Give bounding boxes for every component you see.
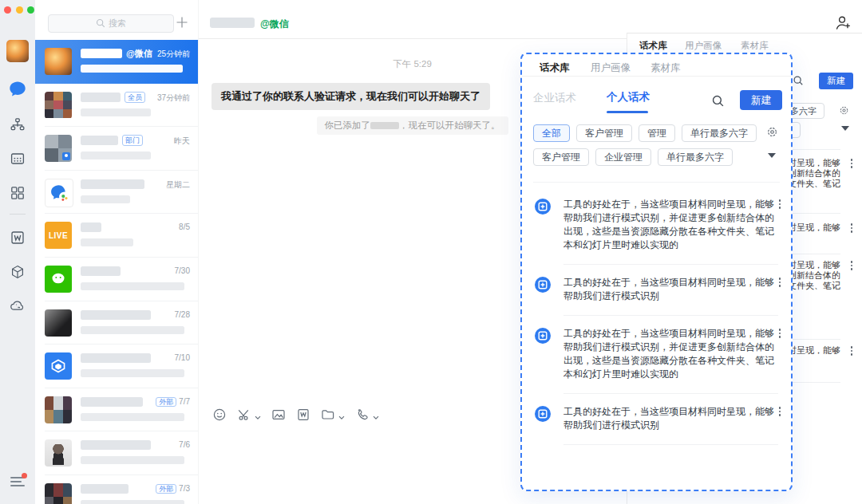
- zoom-button[interactable]: [27, 6, 34, 14]
- user-avatar[interactable]: [6, 40, 29, 62]
- redacted-name: [81, 222, 101, 232]
- redacted-preview: [81, 152, 151, 159]
- divider: [563, 444, 778, 445]
- redacted-name: [81, 136, 118, 145]
- send-script-icon[interactable]: [535, 406, 551, 422]
- live-label: LIVE: [49, 231, 68, 240]
- redacted-name: [81, 353, 151, 363]
- chat-time: 7/10: [175, 353, 190, 362]
- chevron-down-icon[interactable]: [841, 126, 849, 131]
- search-placeholder: 搜索: [109, 18, 126, 30]
- filter-chip[interactable]: 单行最多六字: [658, 148, 733, 166]
- chat-list-item-5[interactable]: 7/30: [35, 258, 198, 301]
- incoming-message-bubble[interactable]: 我通过了你的联系人验证请求，现在我们可以开始聊天了: [212, 83, 490, 110]
- sidebar-item-cloud-call[interactable]: [0, 297, 35, 313]
- more-menu-icon[interactable]: [851, 159, 853, 170]
- chat-list-item-10[interactable]: 外部 7/3: [35, 475, 198, 504]
- redacted-contact-name: [370, 122, 399, 129]
- sidebar-item-messages[interactable]: [0, 80, 35, 99]
- redacted-preview: [81, 456, 184, 464]
- more-menu-icon[interactable]: [779, 329, 781, 340]
- chat-list-item-7[interactable]: 7/10: [35, 345, 198, 388]
- folder-caret-icon[interactable]: [338, 409, 345, 423]
- sidebar-item-contacts[interactable]: [0, 116, 35, 132]
- tab-scripts[interactable]: 话术库: [540, 61, 570, 75]
- docked-tab-profile[interactable]: 用户画像: [685, 40, 722, 52]
- screenshot-caret-icon[interactable]: [255, 409, 261, 423]
- chat-list-item-0[interactable]: @微信 25分钟前: [35, 40, 198, 84]
- add-chat-button[interactable]: [176, 16, 188, 29]
- more-menu-icon[interactable]: [851, 261, 853, 272]
- chat-input-toolbar: [212, 408, 379, 425]
- avatar: [45, 48, 72, 75]
- script-item-2[interactable]: 工具的好处在于，当这些项目材料同时呈现，能够帮助我们进行模式识别，并促进更多创新…: [522, 316, 791, 394]
- search-icon[interactable]: [793, 75, 804, 89]
- sidebar-item-docs[interactable]: [0, 230, 35, 246]
- redacted-preview: [81, 108, 151, 116]
- call-icon[interactable]: [355, 408, 370, 425]
- redacted-name: [81, 49, 122, 58]
- chat-list-item-3[interactable]: 星期二: [35, 171, 198, 215]
- search-icon[interactable]: [711, 94, 725, 111]
- script-item-1[interactable]: 工具的好处在于，当这些项目材料同时呈现，能够帮助我们进行模式识别: [522, 265, 791, 316]
- tab-materials[interactable]: 素材库: [650, 61, 681, 75]
- close-button[interactable]: [4, 6, 11, 14]
- filter-chip[interactable]: 单行最多六字: [682, 124, 757, 142]
- sidebar-item-drive[interactable]: [0, 264, 35, 280]
- script-item-3[interactable]: 工具的好处在于，当这些项目材料同时呈现，能够帮助我们进行模式识别: [522, 394, 791, 445]
- chat-list-item-8[interactable]: 外部 7/7: [35, 388, 198, 432]
- filter-chip[interactable]: 企业管理: [595, 148, 651, 166]
- chat-title-suffix: @微信: [260, 18, 289, 31]
- more-menu-icon[interactable]: [851, 346, 853, 357]
- docked-tab-materials[interactable]: 素材库: [741, 40, 769, 52]
- filter-row-1: 全部 客户管理 管理 单行最多六字: [533, 124, 757, 142]
- call-caret-icon[interactable]: [373, 409, 379, 423]
- redacted-preview: [81, 65, 183, 73]
- chat-list-item-4[interactable]: LIVE 8/5: [35, 214, 198, 258]
- chat-list-item-1[interactable]: 全员 37分钟前: [35, 84, 198, 128]
- subtab-personal-scripts[interactable]: 个人话术: [607, 90, 650, 104]
- new-script-button[interactable]: 新建: [740, 90, 782, 110]
- more-menu-icon[interactable]: [779, 199, 781, 211]
- filter-chip[interactable]: 管理: [639, 124, 675, 142]
- chat-list-item-2[interactable]: 部门 昨天: [35, 127, 198, 171]
- avatar-live: LIVE: [45, 222, 72, 249]
- avatar-wechat-logo: [45, 266, 72, 293]
- chevron-down-icon[interactable]: [768, 153, 776, 158]
- sidebar-item-schedule[interactable]: [0, 151, 35, 167]
- search-input[interactable]: 搜索: [48, 14, 174, 33]
- chat-time: 37分钟前: [157, 93, 190, 104]
- folder-icon[interactable]: [321, 408, 335, 425]
- more-menu-icon[interactable]: [779, 407, 781, 418]
- send-script-icon[interactable]: [535, 199, 551, 215]
- docked-tab-scripts[interactable]: 话术库: [639, 40, 667, 52]
- gear-icon[interactable]: [766, 126, 778, 141]
- minimize-button[interactable]: [16, 6, 23, 14]
- filter-chip[interactable]: 客户管理: [533, 148, 589, 166]
- gear-icon[interactable]: [839, 104, 849, 119]
- emoji-icon[interactable]: [212, 408, 227, 425]
- filter-chip[interactable]: 客户管理: [576, 124, 632, 142]
- send-script-icon[interactable]: [535, 277, 551, 293]
- panel-tab-bar: 话术库 用户画像 素材库: [522, 54, 791, 77]
- subtab-company-scripts[interactable]: 企业话术: [533, 91, 576, 105]
- filter-chip-all[interactable]: 全部: [533, 124, 570, 142]
- calendar-icon: [10, 151, 26, 167]
- add-member-icon[interactable]: [834, 15, 851, 33]
- chat-list-items: @微信 25分钟前 全员 37分钟前 部门 昨天: [35, 40, 198, 504]
- sidebar-item-more[interactable]: [10, 477, 25, 489]
- sidebar-item-workspace[interactable]: [0, 185, 35, 201]
- chat-list-item-6[interactable]: 7/28: [35, 301, 198, 345]
- grid-icon: [10, 185, 26, 201]
- more-menu-icon[interactable]: [851, 223, 853, 234]
- file-w-icon[interactable]: [296, 408, 310, 425]
- image-icon[interactable]: [271, 408, 286, 425]
- chat-list-item-9[interactable]: 7/6: [35, 431, 198, 475]
- script-item-0[interactable]: 工具的好处在于，当这些项目材料同时呈现，能够帮助我们进行模式识别，并促进更多创新…: [522, 187, 791, 265]
- more-menu-icon[interactable]: [779, 278, 781, 289]
- redacted-chat-title: [210, 18, 255, 28]
- tab-user-profile[interactable]: 用户画像: [591, 61, 631, 75]
- new-script-button[interactable]: 新建: [819, 73, 853, 89]
- send-script-icon[interactable]: [535, 328, 551, 344]
- screenshot-icon[interactable]: [237, 408, 251, 425]
